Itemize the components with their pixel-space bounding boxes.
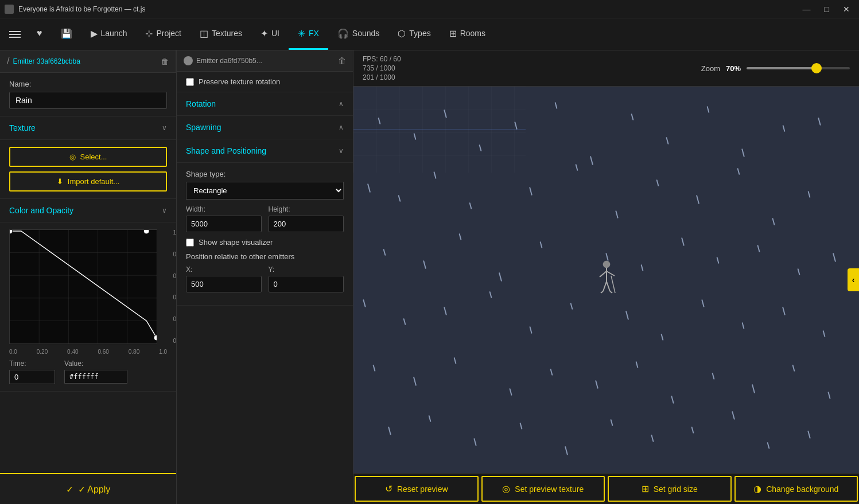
emitter-tab-2-delete[interactable]: 🗑 — [338, 56, 346, 65]
y-group: Y: — [269, 265, 344, 292]
select-texture-button[interactable]: ◎ Select... — [9, 147, 167, 167]
grid-icon: ⊞ — [642, 483, 649, 494]
color-chevron-icon: ∨ — [162, 206, 167, 214]
nav-textures[interactable]: ◫ Textures — [191, 18, 251, 50]
select-icon: ◎ — [69, 153, 76, 161]
nav-types[interactable]: ⬡ Types — [388, 18, 440, 50]
svg-line-21 — [611, 276, 615, 293]
svg-point-8 — [10, 230, 13, 234]
width-input[interactable] — [186, 216, 262, 232]
top-nav: ♥ 💾 ▶ Launch ⊹ Project ◫ Textures ✦ UI ✳… — [0, 18, 859, 50]
time-label: Time: — [9, 360, 55, 368]
color-section-label: Color and Opacity — [9, 206, 73, 215]
width-group: Width: — [186, 205, 262, 232]
emitter-tab-2-label: Emitter da6fd750b5... — [196, 57, 262, 65]
color-section-header[interactable]: Color and Opacity ∨ — [0, 199, 176, 222]
svg-line-20 — [610, 291, 612, 293]
shape-type-group: Shape type: Rectangle Circle Point Torus — [186, 170, 344, 200]
apply-bar: ✓ ✓ Apply — [0, 473, 176, 504]
svg-line-17 — [603, 282, 607, 291]
preview-bottom-bar: ↺ Reset preview ◎ Set preview texture ⊞ … — [353, 473, 859, 504]
name-label: Name: — [9, 80, 167, 88]
emitter-tab-1[interactable]: / Emitter 33af662bcbba 🗑 — [0, 50, 176, 72]
titlebar-controls: — □ ✕ — [798, 3, 854, 15]
shape-fields: Shape type: Rectangle Circle Point Torus… — [177, 163, 353, 306]
texture-buttons: ◎ Select... ⬇ Import default... — [0, 140, 176, 199]
name-input[interactable] — [9, 92, 167, 109]
set-preview-texture-button[interactable]: ◎ Set preview texture — [481, 476, 605, 502]
y-label: Y: — [269, 265, 344, 274]
preserve-texture-label: Preserve texture rotation — [199, 77, 280, 86]
reset-icon: ↺ — [385, 483, 392, 494]
x-label: X: — [186, 265, 262, 274]
reset-preview-button[interactable]: ↺ Reset preview — [355, 476, 479, 502]
height-label: Height: — [269, 205, 344, 213]
minimize-button[interactable]: — — [798, 3, 815, 15]
ui-icon: ✦ — [261, 28, 268, 39]
nav-types-label: Types — [409, 29, 430, 38]
time-input[interactable] — [9, 370, 55, 384]
set-grid-label: Set grid size — [654, 485, 698, 494]
value-label: Value: — [64, 360, 127, 368]
nav-rooms[interactable]: ⊞ Rooms — [440, 18, 495, 50]
close-button[interactable]: ✕ — [838, 3, 854, 15]
shape-section-label: Shape and Positioning — [186, 146, 266, 155]
nav-sounds[interactable]: 🎧 Sounds — [328, 18, 388, 50]
fx-icon: ✳ — [298, 28, 305, 39]
set-grid-size-button[interactable]: ⊞ Set grid size — [608, 476, 732, 502]
nav-fx-label: FX — [309, 29, 319, 38]
collapse-panel-button[interactable]: ‹ — [848, 268, 859, 291]
app-icon — [5, 5, 14, 14]
emitter-tabs: / Emitter 33af662bcbba 🗑 — [0, 50, 176, 73]
stats-group: FPS: 60 / 60 735 / 1000 201 / 1000 — [363, 55, 401, 81]
nav-project[interactable]: ⊹ Project — [136, 18, 191, 50]
position-label: Position relative to other emitters — [186, 252, 344, 261]
xy-row: X: Y: — [186, 265, 344, 292]
color-section-body: 1.0 0.80 0.60 0.40 0.20 0.0 0.0 0.20 0.4… — [0, 222, 176, 392]
y-input[interactable] — [269, 276, 344, 292]
canvas-grid — [353, 87, 526, 173]
rotation-section-header[interactable]: Rotation ∧ — [177, 92, 353, 116]
right-panel: FPS: 60 / 60 735 / 1000 201 / 1000 Zoom … — [353, 50, 859, 504]
import-default-button[interactable]: ⬇ Import default... — [9, 171, 167, 192]
stat2: 201 / 1000 — [363, 73, 401, 81]
emitter-tab-1-delete[interactable]: 🗑 — [161, 57, 169, 66]
sounds-icon: 🎧 — [337, 28, 349, 39]
textures-icon: ◫ — [200, 28, 208, 39]
nav-fx[interactable]: ✳ FX — [289, 18, 328, 50]
texture-section-header[interactable]: Texture ∨ — [0, 116, 176, 140]
preserve-texture-checkbox[interactable] — [186, 78, 194, 86]
zoom-slider[interactable] — [747, 67, 850, 69]
hamburger-menu[interactable] — [2, 18, 28, 50]
titlebar: Everyone is Afraid to be Forgotten — ct.… — [0, 0, 859, 18]
types-icon: ⬡ — [398, 28, 406, 39]
nav-rooms-label: Rooms — [460, 29, 485, 38]
show-visualizer-checkbox[interactable] — [186, 239, 194, 247]
spawning-section-header[interactable]: Spawning ∧ — [177, 116, 353, 139]
change-background-button[interactable]: ◑ Change background — [734, 476, 858, 502]
left-panel-content: Texture ∨ ◎ Select... ⬇ Import default..… — [0, 116, 176, 473]
nav-ui[interactable]: ✦ UI — [251, 18, 289, 50]
spawning-section-label: Spawning — [186, 123, 221, 132]
apply-button[interactable]: ✓ ✓ Apply — [0, 474, 176, 504]
character-svg — [595, 260, 618, 300]
save-icon: 💾 — [61, 28, 72, 39]
apply-label: ✓ Apply — [78, 484, 111, 495]
emitter-tab-1-slash: / — [7, 56, 9, 67]
color-value-input[interactable] — [64, 370, 127, 384]
gradient-canvas[interactable] — [9, 229, 157, 344]
height-input[interactable] — [269, 216, 344, 232]
shape-type-select[interactable]: Rectangle Circle Point Torus — [186, 182, 344, 200]
shape-section-header[interactable]: Shape and Positioning ∨ — [177, 139, 353, 163]
position-section: Position relative to other emitters X: Y… — [186, 252, 344, 292]
maximize-button[interactable]: □ — [820, 3, 834, 15]
nav-favorite[interactable]: ♥ — [28, 18, 52, 50]
canvas-area[interactable]: ‹ — [353, 87, 859, 473]
svg-point-9 — [143, 230, 149, 234]
nav-save[interactable]: 💾 — [52, 18, 81, 50]
nav-launch[interactable]: ▶ Launch — [81, 18, 137, 50]
show-visualizer-label: Show shape visualizer — [199, 238, 273, 247]
spawning-chevron-icon: ∧ — [339, 123, 344, 131]
x-input[interactable] — [186, 276, 262, 292]
gradient-svg — [10, 230, 157, 343]
